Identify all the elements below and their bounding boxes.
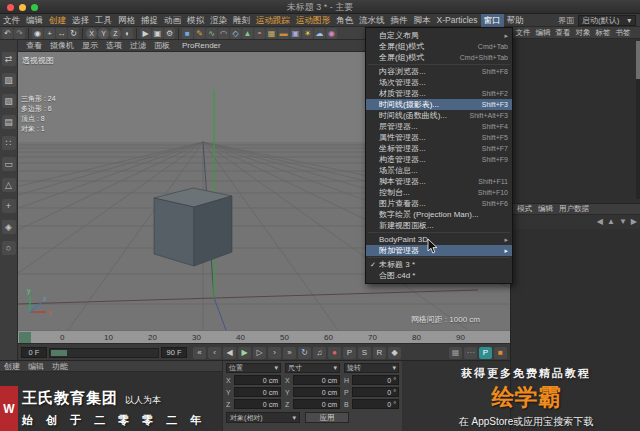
enable-axis-icon[interactable]: + (2, 199, 16, 213)
render-settings-icon[interactable]: ⚙ (164, 28, 175, 39)
window-menu-item[interactable]: 时间线(函数曲线)...Shift+Alt+F3 (366, 110, 512, 121)
model-mode-icon[interactable]: ▧ (2, 73, 16, 87)
workplane-mode-icon[interactable]: ▤ (2, 115, 16, 129)
viewport-title[interactable]: 透视视图 (22, 55, 54, 66)
window-menu-item[interactable]: 场次管理器... (366, 77, 512, 88)
menubar-item[interactable]: 帮助 (504, 14, 527, 27)
window-menu-item[interactable]: 图片查看器...Shift+F6 (366, 198, 512, 209)
next-frame-button[interactable]: ▷ (253, 347, 266, 359)
coordinate-mode-select[interactable]: 对象(相对) ▾ (226, 412, 300, 423)
menubar-item[interactable]: 雕刻 (230, 14, 253, 27)
window-menu-item[interactable]: BodyPaint 3D▸ (366, 234, 512, 245)
menubar-item[interactable]: 编辑 (23, 14, 46, 27)
undo-icon[interactable]: ↶ (2, 28, 13, 39)
coordinate-value-field[interactable]: 0 cm (234, 387, 281, 397)
add-floor-icon[interactable]: ▬ (278, 28, 289, 39)
render-picture-viewer-icon[interactable]: ▣ (152, 28, 163, 39)
end-frame-field[interactable]: 90 F (161, 347, 187, 358)
frame-slider-handle[interactable] (51, 350, 67, 356)
options-dots-icon[interactable]: ⋯ (464, 347, 477, 359)
nav-arrow-icon[interactable]: ▲ (607, 217, 615, 226)
nav-arrow-icon[interactable]: ▼ (619, 217, 627, 226)
frame-slider[interactable] (49, 348, 159, 358)
window-menu-item[interactable]: 脚本管理器...Shift+F11 (366, 176, 512, 187)
add-arc-icon[interactable]: ◠ (218, 28, 229, 39)
add-pen-icon[interactable]: ✎ (194, 28, 205, 39)
menubar-item[interactable]: 窗口 (481, 14, 504, 27)
lock-x-icon[interactable]: X (86, 28, 97, 39)
texture-mode-icon[interactable]: ▨ (2, 94, 16, 108)
goto-end-button[interactable]: » (283, 347, 296, 359)
cube-object[interactable] (154, 188, 232, 266)
add-cube-icon[interactable]: ■ (182, 28, 193, 39)
next-key-button[interactable]: › (268, 347, 281, 359)
coordinate-value-field[interactable]: 0 ° (352, 375, 399, 385)
coordinate-column-header[interactable]: 位置▾ (226, 363, 281, 373)
move-tool-icon[interactable]: + (44, 28, 55, 39)
edges-mode-icon[interactable]: ▭ (2, 157, 16, 171)
object-manager-menu-item[interactable]: 编辑 (533, 28, 553, 38)
object-manager-menu-item[interactable]: 文件 (513, 28, 533, 38)
key-rotation-button[interactable]: R (373, 347, 386, 359)
lock-y-icon[interactable]: Y (98, 28, 109, 39)
menubar-item[interactable]: X-Particles (434, 14, 481, 27)
nav-arrow-icon[interactable]: ◀ (597, 217, 603, 226)
window-menu-item[interactable]: 全屏(组)模式Cmd+Tab (366, 41, 512, 52)
record-button[interactable]: ● (328, 347, 341, 359)
key-scale-button[interactable]: S (358, 347, 371, 359)
menubar-item[interactable]: 捕捉 (138, 14, 161, 27)
live-selection-icon[interactable]: ◉ (32, 28, 43, 39)
material-manager-menu-item[interactable]: 创建 (4, 361, 20, 372)
menubar-item[interactable]: 插件 (388, 14, 411, 27)
object-manager-menu-item[interactable]: 书签 (613, 28, 633, 38)
window-menu-item[interactable]: 合图.c4d * (366, 270, 512, 281)
menubar-item[interactable]: 运动跟踪 (253, 14, 293, 27)
attribute-manager-menu-item[interactable]: 编辑 (535, 204, 556, 214)
object-manager-menu-item[interactable]: 查看 (553, 28, 573, 38)
prorender-badge[interactable]: P (479, 347, 492, 359)
scrollbar[interactable] (636, 41, 640, 199)
prorender-tab[interactable]: ProRender (182, 41, 221, 50)
coordinate-value-field[interactable]: 0 cm (234, 375, 281, 385)
window-menu-item[interactable]: 数字绘景 (Projection Man)... (366, 209, 512, 220)
menubar-item[interactable]: 运动图形 (293, 14, 333, 27)
menubar-item[interactable]: 动画 (161, 14, 184, 27)
goto-start-button[interactable]: « (193, 347, 206, 359)
nav-arrow-icon[interactable]: ▶ (631, 217, 637, 226)
viewport-menu-item[interactable]: 摄像机 (46, 40, 78, 51)
material-manager-menu-item[interactable]: 功能 (52, 361, 68, 372)
viewport-menu-item[interactable]: 选项 (102, 40, 126, 51)
menubar-item[interactable]: 脚本 (411, 14, 434, 27)
window-menu-item[interactable]: 控制台...Shift+F10 (366, 187, 512, 198)
attribute-manager-menu-item[interactable]: 模式 (514, 204, 535, 214)
menubar-item[interactable]: 渲染 (207, 14, 230, 27)
plugin-badge[interactable]: ■ (494, 347, 507, 359)
magnet-icon[interactable]: ○ (2, 241, 16, 255)
viewport-menu-item[interactable]: 显示 (78, 40, 102, 51)
polygons-mode-icon[interactable]: △ (2, 178, 16, 192)
window-menu-item[interactable]: 层管理器...Shift+F4 (366, 121, 512, 132)
menubar-item[interactable]: 网格 (115, 14, 138, 27)
menubar-item[interactable]: 角色 (333, 14, 356, 27)
points-mode-icon[interactable]: ∷ (2, 136, 16, 150)
coordinate-column-header[interactable]: 旋转▾ (344, 363, 399, 373)
add-subdivision-icon[interactable]: ◇ (230, 28, 241, 39)
current-frame-marker[interactable] (19, 332, 31, 343)
menubar-item[interactable]: 工具 (92, 14, 115, 27)
window-menu-item[interactable]: 坐标管理器...Shift+F7 (366, 143, 512, 154)
sound-button[interactable]: ♫ (313, 347, 326, 359)
render-view-icon[interactable]: ▶ (140, 28, 151, 39)
window-menu-item[interactable]: 新建视图面板... (366, 220, 512, 231)
window-menu-item[interactable]: 属性管理器...Shift+F5 (366, 132, 512, 143)
window-menu-item[interactable]: 材质管理器...Shift+F2 (366, 88, 512, 99)
start-frame-field[interactable]: 0 F (21, 347, 47, 358)
loop-button[interactable]: ↻ (298, 347, 311, 359)
coordinate-value-field[interactable]: 0 cm (293, 375, 340, 385)
scrollbar-thumb[interactable] (636, 41, 640, 79)
key-parameter-button[interactable]: ◆ (388, 347, 401, 359)
menubar-item[interactable]: 选择 (69, 14, 92, 27)
lock-z-icon[interactable]: Z (110, 28, 121, 39)
add-array-icon[interactable]: ▦ (266, 28, 277, 39)
coordinate-value-field[interactable]: 0 ° (352, 387, 399, 397)
add-light-icon[interactable]: ☀ (302, 28, 313, 39)
